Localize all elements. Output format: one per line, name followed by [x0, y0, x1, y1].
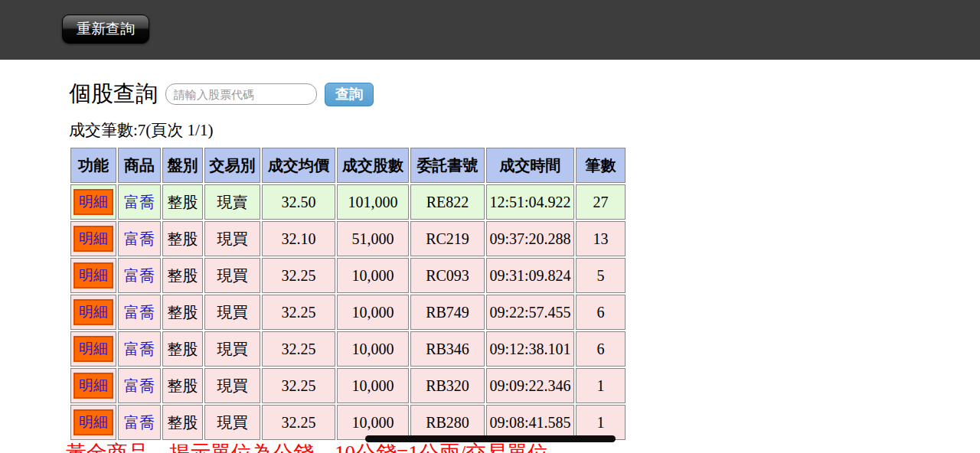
trade-type-cell: 現買 [204, 258, 260, 293]
detail-button[interactable]: 明細 [74, 189, 113, 215]
avg-price-cell: 32.25 [262, 368, 335, 403]
top-bar: 重新查詢 [0, 0, 980, 60]
market-cell: 整股 [162, 405, 203, 440]
trade-table-body: 明細富喬整股現賣32.50101,000RE82212:51:04.92227明… [70, 184, 626, 440]
trade-type-cell: 現買 [204, 221, 260, 256]
detail-button[interactable]: 明細 [74, 262, 113, 288]
col-header-time: 成交時間 [486, 148, 574, 183]
market-cell: 整股 [162, 295, 203, 330]
trade-type-cell: 現買 [204, 331, 260, 367]
table-row: 明細富喬整股現買32.1051,000RC21909:37:20.28813 [70, 221, 626, 256]
stock-code-input[interactable] [165, 83, 317, 105]
product-link[interactable]: 富喬 [124, 414, 155, 431]
product-cell: 富喬 [118, 331, 161, 367]
detail-button[interactable]: 明細 [74, 336, 113, 362]
table-row: 明細富喬整股現買32.2510,000RB74909:22:57.4556 [70, 295, 626, 330]
avg-price-cell: 32.25 [262, 331, 335, 367]
product-cell: 富喬 [118, 184, 161, 220]
time-cell: 09:22:57.455 [486, 295, 574, 330]
main-content: 個股查詢 查詢 成交筆數:7(頁次 1/1) 功能 商品 盤別 交易別 成交均價… [69, 60, 627, 442]
trade-type-cell: 現買 [204, 295, 260, 330]
market-cell: 整股 [162, 258, 203, 293]
detail-button[interactable]: 明細 [74, 373, 113, 399]
shares-cell: 10,000 [337, 368, 409, 403]
shares-cell: 51,000 [337, 221, 409, 256]
shares-cell: 10,000 [337, 295, 409, 330]
trade-type-cell: 現賣 [204, 184, 260, 220]
detail-button[interactable]: 明細 [74, 409, 113, 435]
count-cell: 27 [576, 184, 626, 220]
search-button[interactable]: 查詢 [325, 83, 374, 106]
product-link[interactable]: 富喬 [124, 341, 155, 357]
product-link[interactable]: 富喬 [124, 194, 155, 210]
time-cell: 09:09:22.346 [486, 368, 574, 403]
avg-price-cell: 32.50 [262, 184, 335, 220]
product-link[interactable]: 富喬 [124, 230, 155, 247]
market-cell: 整股 [162, 331, 203, 367]
time-cell: 12:51:04.922 [486, 184, 574, 220]
trade-type-cell: 現買 [204, 368, 260, 403]
count-cell: 6 [576, 295, 626, 330]
order-no-cell: RB749 [410, 295, 485, 330]
market-cell: 整股 [162, 184, 203, 220]
col-header-shares: 成交股數 [337, 148, 409, 183]
avg-price-cell: 32.10 [262, 221, 335, 256]
table-row: 明細富喬整股現買32.2510,000RB32009:09:22.3461 [70, 368, 626, 403]
action-cell: 明細 [70, 368, 116, 403]
query-row: 個股查詢 查詢 [69, 79, 627, 109]
time-cell: 09:12:38.101 [486, 331, 574, 367]
product-link[interactable]: 富喬 [124, 267, 155, 284]
product-cell: 富喬 [118, 405, 161, 440]
product-cell: 富喬 [118, 295, 161, 330]
product-cell: 富喬 [118, 258, 161, 293]
market-cell: 整股 [162, 368, 203, 403]
results-summary: 成交筆數:7(頁次 1/1) [69, 119, 627, 141]
col-header-count: 筆數 [576, 148, 626, 183]
product-cell: 富喬 [118, 221, 161, 256]
shares-cell: 10,000 [337, 331, 409, 367]
product-cell: 富喬 [118, 368, 161, 403]
col-header-avg-price: 成交均價 [262, 148, 335, 183]
avg-price-cell: 32.25 [262, 405, 335, 440]
action-cell: 明細 [70, 221, 116, 256]
col-header-trade-type: 交易別 [204, 148, 260, 183]
page-title: 個股查詢 [69, 79, 158, 109]
col-header-product: 商品 [118, 148, 161, 183]
order-no-cell: RB320 [410, 368, 485, 403]
count-cell: 6 [576, 331, 626, 367]
col-header-action: 功能 [70, 148, 116, 183]
avg-price-cell: 32.25 [262, 295, 335, 330]
count-cell: 5 [576, 258, 626, 293]
table-row: 明細富喬整股現賣32.50101,000RE82212:51:04.92227 [70, 184, 626, 220]
order-no-cell: RC219 [410, 221, 485, 256]
product-link[interactable]: 富喬 [124, 304, 155, 321]
action-cell: 明細 [70, 258, 116, 293]
action-cell: 明細 [70, 295, 116, 330]
order-no-cell: RC093 [410, 258, 485, 293]
col-header-order-no: 委託書號 [410, 148, 485, 183]
trade-type-cell: 現買 [204, 405, 260, 440]
count-cell: 1 [576, 368, 626, 403]
market-cell: 整股 [162, 221, 203, 256]
shares-cell: 101,000 [337, 184, 409, 220]
detail-button[interactable]: 明細 [74, 299, 113, 325]
shares-cell: 10,000 [337, 258, 409, 293]
footer-note: 黃金商品，揭示單位為公錢，10公錢=1公兩/交易單位 [66, 439, 548, 453]
detail-button[interactable]: 明細 [74, 226, 113, 252]
trades-table: 功能 商品 盤別 交易別 成交均價 成交股數 委託書號 成交時間 筆數 明細富喬… [69, 146, 627, 442]
avg-price-cell: 32.25 [262, 258, 335, 293]
order-no-cell: RE822 [410, 184, 485, 220]
action-cell: 明細 [70, 405, 116, 440]
time-cell: 09:37:20.288 [486, 221, 574, 256]
table-row: 明細富喬整股現買32.2510,000RB34609:12:38.1016 [70, 331, 626, 367]
action-cell: 明細 [70, 184, 116, 220]
count-cell: 13 [576, 221, 626, 256]
col-header-market: 盤別 [162, 148, 203, 183]
action-cell: 明細 [70, 331, 116, 367]
table-header-row: 功能 商品 盤別 交易別 成交均價 成交股數 委託書號 成交時間 筆數 [70, 148, 626, 183]
order-no-cell: RB346 [410, 331, 485, 367]
requery-button[interactable]: 重新查詢 [62, 15, 149, 44]
product-link[interactable]: 富喬 [124, 377, 155, 394]
table-row: 明細富喬整股現買32.2510,000RC09309:31:09.8245 [70, 258, 626, 293]
time-cell: 09:31:09.824 [486, 258, 574, 293]
